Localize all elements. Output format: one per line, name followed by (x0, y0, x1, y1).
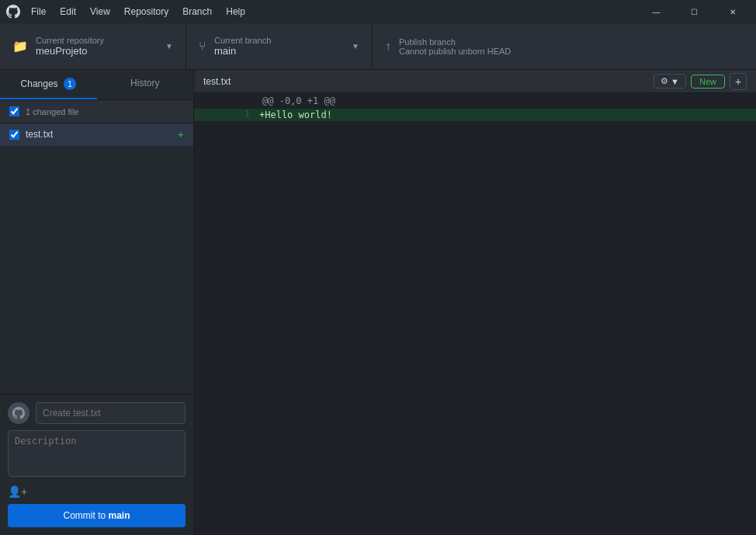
repo-text: Current repository meuProjeto (36, 36, 104, 57)
main-layout: Changes 1 History 1 changed file test.tx… (0, 70, 756, 535)
diff-content: @@ -0,0 +1 @@ 1 +Hello world! (194, 93, 756, 535)
branch-arrow-icon: ▼ (352, 42, 359, 50)
commit-button-label: Commit to (63, 510, 108, 521)
tab-history-label: History (130, 78, 159, 89)
github-logo-icon (6, 5, 20, 19)
current-repo-section[interactable]: 📁 Current repository meuProjeto ▼ (0, 23, 186, 69)
publish-icon: ↑ (385, 40, 391, 54)
publish-sublabel: Cannot publish unborn HEAD (399, 47, 511, 56)
commit-footer: 👤+ (8, 485, 186, 498)
repo-arrow-icon: ▼ (165, 42, 173, 50)
select-all-checkbox[interactable] (9, 106, 19, 116)
file-checkbox[interactable] (9, 130, 19, 140)
publish-label: Publish branch (399, 37, 511, 47)
list-item[interactable]: test.txt + (0, 123, 193, 146)
diff-filename: test.txt (203, 76, 231, 87)
commit-button[interactable]: Commit to main (8, 504, 186, 527)
branch-label: Current branch (214, 36, 271, 45)
hunk-text: @@ -0,0 +1 @@ (256, 96, 335, 106)
tab-history[interactable]: History (97, 70, 194, 99)
changed-files-count: 1 changed file (26, 107, 79, 116)
tab-changes[interactable]: Changes 1 (0, 70, 97, 99)
diff-line: 1 +Hello world! (194, 109, 756, 121)
commit-button-branch: main (109, 510, 130, 521)
changed-files-header: 1 changed file (0, 100, 193, 123)
repo-value: meuProjeto (36, 45, 104, 57)
maximize-button[interactable]: ☐ (677, 0, 712, 23)
window-controls: — ☐ ✕ (639, 0, 750, 23)
diff-added-line: +Hello world! (256, 109, 756, 121)
gear-icon: ⚙ (661, 76, 668, 86)
avatar (8, 402, 29, 424)
titlebar-left: File Edit View Repository Branch Help (6, 5, 251, 19)
diff-controls: ⚙ ▼ New + (654, 73, 747, 90)
diff-area: test.txt ⚙ ▼ New + @@ -0,0 +1 @@ (194, 70, 756, 535)
publish-section[interactable]: ↑ Publish branch Cannot publish unborn H… (373, 23, 756, 69)
branch-icon: ⑂ (199, 40, 206, 54)
settings-arrow-icon: ▼ (671, 77, 679, 86)
new-file-button[interactable]: New (691, 75, 725, 89)
diff-line-gutter: 1 (194, 109, 256, 121)
diff-new-line-num: 1 (225, 109, 256, 121)
tab-changes-label: Changes (21, 78, 58, 89)
menu-branch[interactable]: Branch (176, 5, 218, 19)
repo-label: Current repository (36, 36, 104, 45)
sidebar: Changes 1 History 1 changed file test.tx… (0, 70, 194, 535)
add-file-button[interactable]: + (730, 73, 747, 90)
sidebar-tabs: Changes 1 History (0, 70, 193, 100)
titlebar: File Edit View Repository Branch Help — … (0, 0, 756, 23)
branch-value: main (214, 45, 271, 57)
menu-bar: File Edit View Repository Branch Help (25, 5, 251, 19)
file-name: test.txt (26, 129, 178, 140)
publish-text: Publish branch Cannot publish unborn HEA… (399, 37, 511, 56)
diff-settings-button[interactable]: ⚙ ▼ (654, 74, 686, 89)
repo-icon: 📁 (12, 39, 28, 54)
branch-text: Current branch main (214, 36, 271, 57)
menu-file[interactable]: File (25, 5, 52, 19)
commit-summary-input[interactable] (36, 402, 186, 424)
file-added-icon: + (178, 128, 184, 141)
current-branch-section[interactable]: ⑂ Current branch main ▼ (186, 23, 373, 69)
diff-hunk-header: @@ -0,0 +1 @@ (194, 93, 756, 109)
file-list: test.txt + (0, 123, 193, 394)
menu-help[interactable]: Help (220, 5, 251, 19)
diff-header: test.txt ⚙ ▼ New + (194, 70, 756, 93)
commit-area: 👤+ Commit to main (0, 394, 193, 535)
menu-repository[interactable]: Repository (118, 5, 175, 19)
minimize-button[interactable]: — (639, 0, 674, 23)
toolbar: 📁 Current repository meuProjeto ▼ ⑂ Curr… (0, 23, 756, 70)
add-coauthor-button[interactable]: 👤+ (8, 485, 27, 498)
add-coauthor-icon: 👤+ (8, 485, 27, 498)
diff-old-line-num (194, 109, 225, 121)
menu-edit[interactable]: Edit (54, 5, 82, 19)
changes-badge: 1 (64, 78, 76, 90)
close-button[interactable]: ✕ (715, 0, 750, 23)
menu-view[interactable]: View (84, 5, 116, 19)
commit-description-input[interactable] (8, 430, 186, 477)
commit-summary (8, 402, 186, 424)
